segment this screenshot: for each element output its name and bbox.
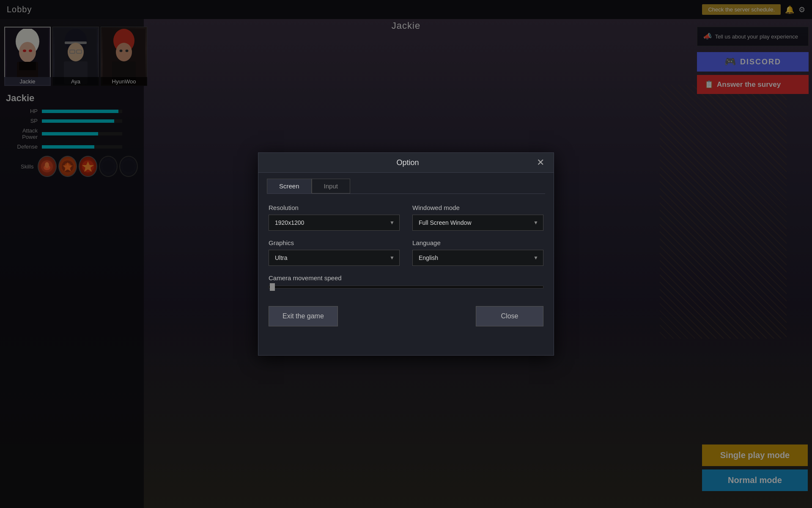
language-group: Language English 한국어 日本語 中文 <box>412 239 543 266</box>
camera-speed-section: Camera movement speed <box>269 274 543 288</box>
modal-overlay: Option ✕ Screen Input Resolution 1920x12 <box>0 0 812 508</box>
resolution-select[interactable]: 812x508 1920x1080 1280x720 1024x768 <box>269 215 400 231</box>
language-select-wrapper: English 한국어 日本語 中文 <box>412 250 543 266</box>
close-button[interactable]: Close <box>476 306 543 326</box>
windowed-mode-label: Windowed mode <box>412 204 543 211</box>
camera-speed-label: Camera movement speed <box>269 274 543 282</box>
language-select[interactable]: English 한국어 日本語 中文 <box>412 250 543 266</box>
graphics-select[interactable]: Ultra High Medium Low <box>269 250 400 266</box>
windowed-mode-select-wrapper: Full Screen Window Windowed Borderless W… <box>412 215 543 231</box>
graphics-group: Graphics Ultra High Medium Low <box>269 239 400 266</box>
graphics-label: Graphics <box>269 239 400 246</box>
dialog-footer: Exit the game Close <box>258 299 554 335</box>
camera-speed-slider-thumb[interactable] <box>270 283 275 291</box>
settings-grid: Resolution 812x508 1920x1080 1280x720 … <box>269 204 543 266</box>
graphics-select-wrapper: Ultra High Medium Low <box>269 250 400 266</box>
exit-game-button[interactable]: Exit the game <box>269 306 338 326</box>
dialog-header: Option ✕ <box>258 153 554 173</box>
dialog-body: Resolution 812x508 1920x1080 1280x720 … <box>258 194 554 295</box>
dialog-close-button[interactable]: ✕ <box>536 158 545 167</box>
language-label: Language <box>412 239 543 246</box>
tab-input[interactable]: Input <box>312 179 350 193</box>
windowed-mode-select[interactable]: Full Screen Window Windowed Borderless W… <box>412 215 543 231</box>
resolution-group: Resolution 812x508 1920x1080 1280x720 … <box>269 204 400 231</box>
windowed-mode-group: Windowed mode Full Screen Window Windowe… <box>412 204 543 231</box>
camera-speed-slider-track[interactable] <box>269 286 543 288</box>
dialog-tabs: Screen Input <box>258 173 554 193</box>
tab-screen[interactable]: Screen <box>267 179 312 193</box>
resolution-select-wrapper: 812x508 1920x1080 1280x720 1024x768 <box>269 215 400 231</box>
dialog-title: Option <box>280 158 536 167</box>
resolution-label: Resolution <box>269 204 400 211</box>
option-dialog: Option ✕ Screen Input Resolution 1920x12 <box>258 152 554 356</box>
